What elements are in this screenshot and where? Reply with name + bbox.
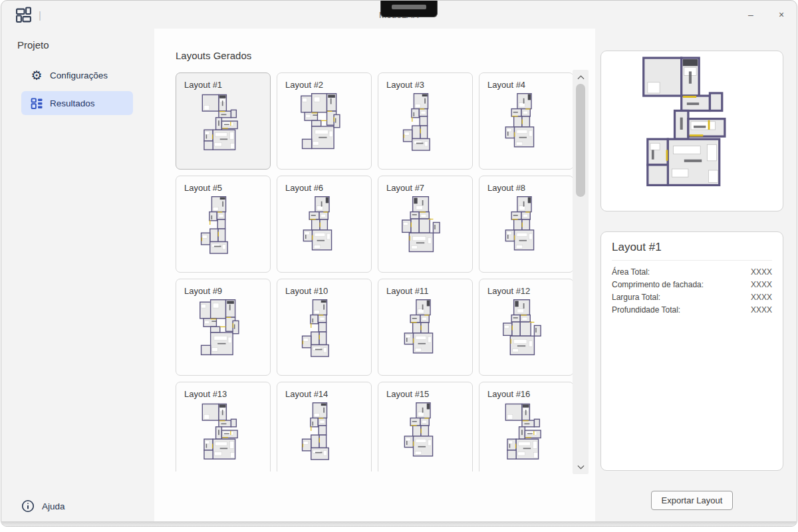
layout-card-label: Layout #5: [184, 183, 262, 193]
details-rows: Área Total:XXXXComprimento de fachada:XX…: [612, 266, 772, 317]
scroll-up-icon[interactable]: [573, 72, 589, 82]
export-row: Exportar Layout: [600, 491, 783, 510]
scrollbar-thumb[interactable]: [576, 84, 585, 197]
detail-value: XXXX: [751, 304, 772, 317]
layout-card-label: Layout #14: [285, 389, 363, 399]
app-window: | ModeLAR – × Projeto ⚙ Configurações: [1, 0, 797, 527]
page-title: Layouts Gerados: [176, 50, 595, 61]
layout-card[interactable]: Layout #4: [479, 72, 574, 170]
layout-thumbnail: [184, 296, 262, 368]
layout-card-label: Layout #13: [184, 389, 262, 399]
layout-card[interactable]: Layout #10: [277, 279, 372, 376]
layout-card[interactable]: Layout #1: [176, 72, 271, 170]
window-bottom-edge: [1, 521, 797, 526]
layout-card-label: Layout #3: [386, 80, 464, 90]
layout-card[interactable]: Layout #8: [479, 176, 574, 273]
sidebar-item-label: Resultados: [50, 98, 95, 108]
detail-row: Comprimento de fachada:XXXX: [612, 279, 772, 291]
layout-card[interactable]: Layout #6: [277, 176, 372, 273]
minimize-button[interactable]: –: [735, 1, 766, 29]
detail-panel: Layout #1 Área Total:XXXXComprimento de …: [595, 29, 797, 527]
layout-card[interactable]: Layout #5: [176, 176, 271, 273]
layouts-grid: Layout #1Layout #2Layout #3Layout #4Layo…: [176, 72, 575, 471]
layout-card-label: Layout #4: [487, 80, 565, 90]
layout-thumbnail: [386, 193, 464, 265]
layout-details-card: Layout #1 Área Total:XXXXComprimento de …: [600, 231, 783, 471]
detail-value: XXXX: [751, 266, 772, 279]
detail-row: Largura Total:XXXX: [612, 291, 772, 304]
layout-card-label: Layout #2: [285, 80, 363, 90]
layout-thumbnail: [487, 399, 565, 471]
layout-card-label: Layout #6: [285, 183, 363, 193]
layout-card[interactable]: Layout #14: [277, 382, 372, 471]
sidebar-item-ajuda[interactable]: Ajuda: [21, 499, 154, 513]
notch-bar: [392, 5, 426, 9]
layout-card-label: Layout #7: [386, 183, 464, 193]
layout-card[interactable]: Layout #16: [479, 382, 574, 471]
layouts-scroll-viewport: Layout #1Layout #2Layout #3Layout #4Layo…: [176, 72, 575, 471]
layout-thumbnail: [285, 90, 363, 162]
screen: | ModeLAR – × Projeto ⚙ Configurações: [0, 0, 798, 532]
layout-thumbnail: [386, 90, 464, 162]
layout-thumbnail: [184, 90, 262, 162]
layout-thumbnail: [285, 193, 363, 265]
detail-label: Profundidade Total:: [612, 304, 680, 317]
titlebar-separator: |: [39, 9, 41, 21]
project-section-label: Projeto: [17, 39, 154, 51]
layout-card[interactable]: Layout #9: [176, 279, 271, 376]
layout-card-label: Layout #12: [487, 286, 565, 296]
export-layout-button[interactable]: Exportar Layout: [651, 491, 733, 510]
layout-thumbnail: [487, 90, 565, 162]
window-controls: – ×: [735, 1, 797, 29]
layout-thumbnail: [386, 296, 464, 368]
vertical-scrollbar[interactable]: [573, 70, 589, 474]
layout-thumbnail: [487, 193, 565, 265]
layout-card[interactable]: Layout #2: [277, 72, 372, 170]
detail-row: Profundidade Total:XXXX: [612, 304, 772, 317]
layout-thumbnail: [184, 193, 262, 265]
layout-card-label: Layout #1: [184, 80, 262, 90]
info-icon: [21, 499, 35, 513]
sidebar-item-label: Configurações: [50, 70, 108, 80]
sidebar: Projeto ⚙ Configurações: [1, 29, 154, 527]
layout-card-label: Layout #8: [487, 183, 565, 193]
layout-card[interactable]: Layout #11: [378, 279, 473, 376]
sidebar-item-configuracoes[interactable]: ⚙ Configurações: [21, 63, 133, 87]
layout-card[interactable]: Layout #7: [378, 176, 473, 273]
layout-thumbnail: [386, 399, 464, 471]
layout-card-label: Layout #11: [386, 286, 464, 296]
grid-icon: [30, 96, 43, 110]
detail-label: Largura Total:: [612, 291, 660, 304]
layout-thumbnail: [184, 399, 262, 471]
app-body: Projeto ⚙ Configurações: [1, 29, 797, 527]
sidebar-item-label: Ajuda: [42, 501, 65, 511]
detail-label: Comprimento de fachada:: [612, 279, 704, 291]
layout-preview-plan: [624, 55, 761, 207]
detail-value: XXXX: [751, 279, 772, 291]
layout-card[interactable]: Layout #13: [176, 382, 271, 471]
layout-preview-card: [600, 51, 783, 211]
layout-card[interactable]: Layout #12: [479, 279, 574, 376]
layout-card-label: Layout #15: [386, 389, 464, 399]
gear-icon: ⚙: [30, 68, 43, 82]
scroll-down-icon[interactable]: [573, 462, 589, 472]
app-logo-icon: [15, 7, 32, 23]
main-content: Layouts Gerados Layout #1Layout #2Layout…: [154, 29, 595, 527]
detail-label: Área Total:: [612, 266, 650, 279]
layout-card[interactable]: Layout #3: [378, 72, 473, 170]
screen-notch: [380, 1, 438, 17]
sidebar-item-resultados[interactable]: Resultados: [21, 91, 133, 115]
details-title: Layout #1: [612, 241, 772, 261]
close-button[interactable]: ×: [766, 1, 797, 29]
detail-row: Área Total:XXXX: [612, 266, 772, 279]
layout-card-label: Layout #10: [285, 286, 363, 296]
layout-thumbnail: [285, 399, 363, 471]
detail-value: XXXX: [751, 291, 772, 304]
layout-thumbnail: [285, 296, 363, 368]
layout-thumbnail: [487, 296, 565, 368]
layout-card[interactable]: Layout #15: [378, 382, 473, 471]
layout-card-label: Layout #16: [487, 389, 565, 399]
layout-card-label: Layout #9: [184, 286, 262, 296]
